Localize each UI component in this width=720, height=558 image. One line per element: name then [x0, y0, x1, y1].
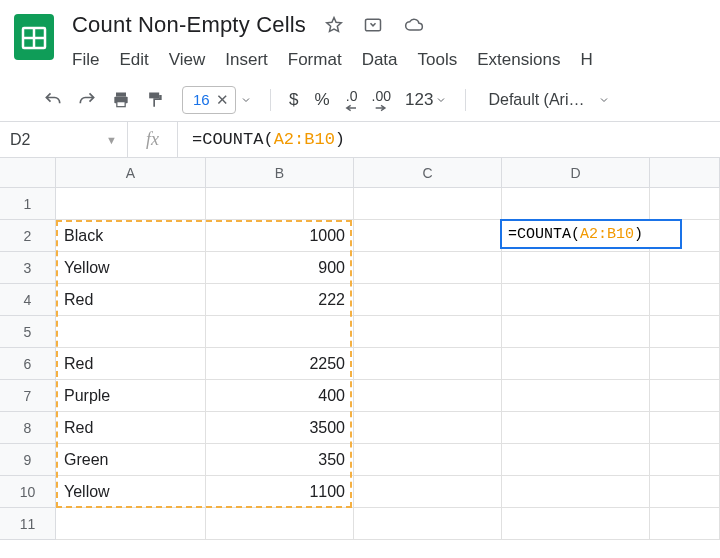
cell[interactable]: Yellow: [56, 476, 206, 508]
active-cell[interactable]: =COUNTA(A2:B10): [500, 219, 682, 249]
row-header[interactable]: 6: [0, 348, 56, 380]
cell[interactable]: Red: [56, 284, 206, 316]
cell[interactable]: [650, 316, 720, 348]
currency-button[interactable]: $: [289, 90, 298, 110]
doc-title[interactable]: Count Non-Empty Cells: [72, 12, 306, 38]
cell[interactable]: 400: [206, 380, 354, 412]
row-header[interactable]: 7: [0, 380, 56, 412]
cell[interactable]: [650, 508, 720, 540]
menu-insert[interactable]: Insert: [225, 50, 268, 70]
cell[interactable]: [502, 412, 650, 444]
cell[interactable]: Red: [56, 412, 206, 444]
cell[interactable]: 900: [206, 252, 354, 284]
cell[interactable]: [354, 508, 502, 540]
increase-decimal-button[interactable]: .00: [372, 87, 391, 113]
cell[interactable]: Yellow: [56, 252, 206, 284]
col-header[interactable]: C: [354, 158, 502, 188]
cell[interactable]: [354, 284, 502, 316]
cell[interactable]: [354, 188, 502, 220]
row-header[interactable]: 3: [0, 252, 56, 284]
undo-icon[interactable]: [40, 87, 66, 113]
cell[interactable]: [502, 348, 650, 380]
menu-data[interactable]: Data: [362, 50, 398, 70]
cell[interactable]: [206, 316, 354, 348]
cell[interactable]: Purple: [56, 380, 206, 412]
cell[interactable]: [650, 476, 720, 508]
menu-tools[interactable]: Tools: [418, 50, 458, 70]
formula-input[interactable]: =COUNTA(A2:B10): [178, 122, 720, 157]
cell[interactable]: [354, 412, 502, 444]
decrease-decimal-button[interactable]: .0: [344, 87, 360, 113]
cloud-status-icon[interactable]: [402, 15, 426, 35]
cell[interactable]: [650, 284, 720, 316]
cell[interactable]: [206, 508, 354, 540]
paint-format-icon[interactable]: [142, 87, 168, 113]
font-family-select[interactable]: Default (Ari…: [488, 91, 610, 109]
sheets-logo[interactable]: [14, 10, 54, 64]
cell[interactable]: Green: [56, 444, 206, 476]
menu-file[interactable]: File: [72, 50, 99, 70]
cell[interactable]: [56, 316, 206, 348]
cell[interactable]: [502, 252, 650, 284]
cell[interactable]: [502, 508, 650, 540]
cell[interactable]: 3500: [206, 412, 354, 444]
cell[interactable]: Red: [56, 348, 206, 380]
menu-format[interactable]: Format: [288, 50, 342, 70]
cell[interactable]: [354, 252, 502, 284]
percent-button[interactable]: %: [314, 90, 329, 110]
row-header[interactable]: 2: [0, 220, 56, 252]
cell[interactable]: 1100: [206, 476, 354, 508]
print-icon[interactable]: [108, 87, 134, 113]
cell[interactable]: [650, 444, 720, 476]
row-header[interactable]: 4: [0, 284, 56, 316]
number-format-button[interactable]: 123: [405, 90, 447, 110]
menu-edit[interactable]: Edit: [119, 50, 148, 70]
row-header[interactable]: 10: [0, 476, 56, 508]
cell[interactable]: [354, 380, 502, 412]
chevron-down-icon[interactable]: [240, 94, 252, 106]
row-header[interactable]: 5: [0, 316, 56, 348]
cell[interactable]: [502, 476, 650, 508]
menu-help[interactable]: H: [580, 50, 592, 70]
cell[interactable]: [650, 348, 720, 380]
move-icon[interactable]: [362, 15, 384, 35]
cell[interactable]: 1000: [206, 220, 354, 252]
close-icon[interactable]: ✕: [216, 91, 229, 109]
cell[interactable]: [56, 508, 206, 540]
select-all-corner[interactable]: [0, 158, 56, 188]
cell[interactable]: [354, 444, 502, 476]
col-header[interactable]: B: [206, 158, 354, 188]
menu-extensions[interactable]: Extensions: [477, 50, 560, 70]
redo-icon[interactable]: [74, 87, 100, 113]
zoom-chip[interactable]: 16 ✕: [182, 86, 236, 114]
cell[interactable]: [354, 476, 502, 508]
star-icon[interactable]: [324, 15, 344, 35]
cell[interactable]: [354, 348, 502, 380]
cell[interactable]: [650, 252, 720, 284]
cell[interactable]: [650, 412, 720, 444]
row-header[interactable]: 11: [0, 508, 56, 540]
col-header[interactable]: D: [502, 158, 650, 188]
cell[interactable]: 350: [206, 444, 354, 476]
row-header[interactable]: 9: [0, 444, 56, 476]
cell[interactable]: [354, 220, 502, 252]
cell[interactable]: [650, 188, 720, 220]
cell[interactable]: [56, 188, 206, 220]
cell[interactable]: [502, 188, 650, 220]
col-header[interactable]: A: [56, 158, 206, 188]
cell[interactable]: [502, 284, 650, 316]
cell[interactable]: [502, 444, 650, 476]
row-header[interactable]: 1: [0, 188, 56, 220]
cell[interactable]: Black: [56, 220, 206, 252]
cell[interactable]: [650, 380, 720, 412]
name-box[interactable]: D2 ▼: [0, 122, 128, 157]
cell[interactable]: 222: [206, 284, 354, 316]
cell[interactable]: [354, 316, 502, 348]
cell[interactable]: [502, 316, 650, 348]
cell[interactable]: [206, 188, 354, 220]
cell[interactable]: [502, 380, 650, 412]
col-header[interactable]: [650, 158, 720, 188]
row-header[interactable]: 8: [0, 412, 56, 444]
menu-view[interactable]: View: [169, 50, 206, 70]
cell[interactable]: 2250: [206, 348, 354, 380]
